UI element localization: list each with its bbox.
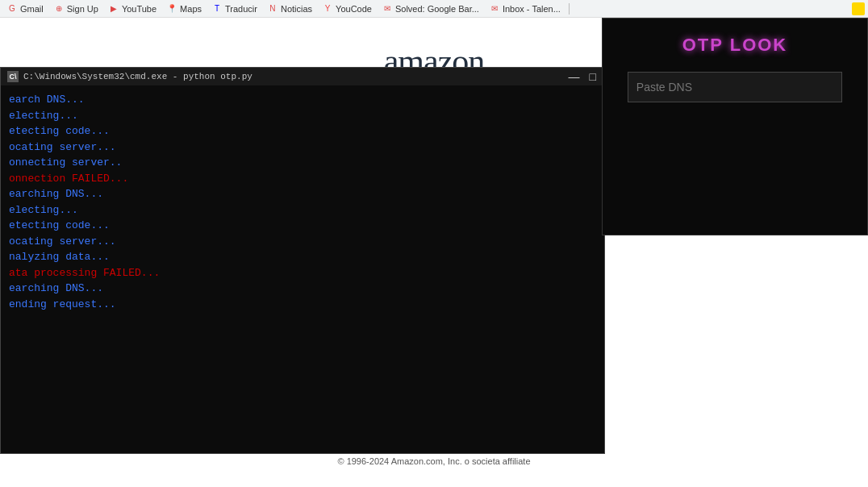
tab-youcode[interactable]: Y YouCode <box>319 2 375 16</box>
cmd-line-7: electing... <box>9 202 596 219</box>
toolbar-divider <box>569 3 570 15</box>
cmd-line-8: etecting code... <box>9 218 596 234</box>
cmd-line-3: ocating server... <box>9 139 596 156</box>
cmd-line-2: etecting code... <box>9 123 596 139</box>
tab-youtube[interactable]: ▶ YouTube <box>105 2 160 16</box>
browser-toolbar: G Gmail ⊕ Sign Up ▶ YouTube 📍 Maps T Tra… <box>0 0 868 18</box>
noticias-icon: N <box>267 3 278 15</box>
cmd-controls: — □ <box>567 71 598 82</box>
cmd-window: C\ C:\Windows\System32\cmd.exe - python … <box>0 67 605 454</box>
otp-title: OTP LOOK <box>682 35 788 56</box>
cmd-line-0: earch DNS... <box>9 92 596 108</box>
signup-icon: ⊕ <box>53 3 65 15</box>
youcode-icon: Y <box>322 3 333 15</box>
cmd-titlebar: C\ C:\Windows\System32\cmd.exe - python … <box>1 68 604 85</box>
cmd-line-13: ending request... <box>9 297 596 313</box>
amazon-footer: © 1996-2024 Amazon.com, Inc. o societa a… <box>0 456 868 466</box>
traducir-icon: T <box>211 3 223 15</box>
tab-inbox[interactable]: ✉ Inbox - Talen... <box>486 2 564 16</box>
cmd-body: earch DNS... electing... etecting code..… <box>1 85 604 318</box>
cmd-app-icon: C\ <box>7 71 19 82</box>
tab-maps[interactable]: 📍 Maps <box>163 2 205 16</box>
cmd-maximize-button[interactable]: □ <box>588 71 598 82</box>
tab-signup[interactable]: ⊕ Sign Up <box>50 2 102 16</box>
cmd-line-5: onnection FAILED... <box>9 171 596 187</box>
otp-overlay: OTP LOOK <box>602 18 868 235</box>
cmd-title-left: C\ C:\Windows\System32\cmd.exe - python … <box>7 71 252 82</box>
tab-noticias[interactable]: N Noticias <box>264 2 315 16</box>
gmail-icon: G <box>6 3 18 15</box>
tab-traducir[interactable]: T Traducir <box>208 2 261 16</box>
bookmarks-folder-icon[interactable] <box>852 2 865 15</box>
inbox-icon: ✉ <box>489 3 500 15</box>
cmd-minimize-button[interactable]: — <box>567 71 582 82</box>
solved-icon: ✉ <box>382 3 393 15</box>
cmd-line-11: ata processing FAILED... <box>9 265 596 281</box>
cmd-line-4: onnecting server.. <box>9 155 596 171</box>
cmd-line-9: ocating server... <box>9 234 596 250</box>
otp-dns-input[interactable] <box>628 72 842 102</box>
cmd-title-text: C:\Windows\System32\cmd.exe - python otp… <box>23 72 252 81</box>
youtube-icon: ▶ <box>108 3 119 15</box>
maps-icon: 📍 <box>166 3 177 15</box>
tab-solved[interactable]: ✉ Solved: Google Bar... <box>378 2 482 16</box>
cmd-line-10: nalyzing data... <box>9 249 596 265</box>
cmd-line-12: earching DNS... <box>9 281 596 297</box>
cmd-line-1: electing... <box>9 108 596 124</box>
cmd-line-6: earching DNS... <box>9 186 596 202</box>
tab-gmail[interactable]: G Gmail <box>3 2 47 16</box>
